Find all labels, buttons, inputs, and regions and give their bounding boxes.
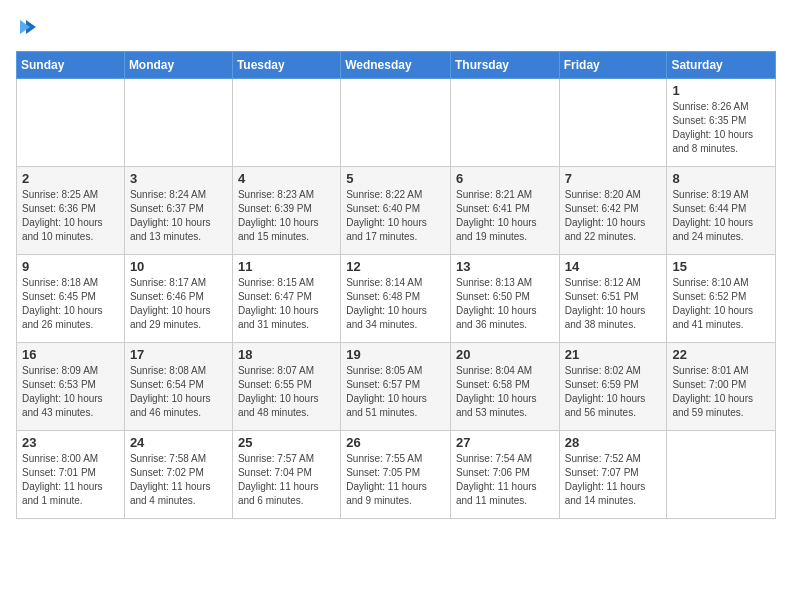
day-number: 25 — [238, 435, 335, 450]
day-number: 8 — [672, 171, 770, 186]
day-info: Sunrise: 8:21 AM Sunset: 6:41 PM Dayligh… — [456, 188, 554, 244]
calendar-cell: 25Sunrise: 7:57 AM Sunset: 7:04 PM Dayli… — [232, 431, 340, 519]
day-info: Sunrise: 8:25 AM Sunset: 6:36 PM Dayligh… — [22, 188, 119, 244]
day-number: 24 — [130, 435, 227, 450]
day-info: Sunrise: 8:10 AM Sunset: 6:52 PM Dayligh… — [672, 276, 770, 332]
calendar-cell: 18Sunrise: 8:07 AM Sunset: 6:55 PM Dayli… — [232, 343, 340, 431]
day-number: 28 — [565, 435, 662, 450]
weekday-header-sunday: Sunday — [17, 52, 125, 79]
weekday-header-tuesday: Tuesday — [232, 52, 340, 79]
calendar-cell — [17, 79, 125, 167]
day-number: 12 — [346, 259, 445, 274]
day-info: Sunrise: 8:26 AM Sunset: 6:35 PM Dayligh… — [672, 100, 770, 156]
calendar-cell: 19Sunrise: 8:05 AM Sunset: 6:57 PM Dayli… — [341, 343, 451, 431]
calendar-cell: 11Sunrise: 8:15 AM Sunset: 6:47 PM Dayli… — [232, 255, 340, 343]
day-info: Sunrise: 8:20 AM Sunset: 6:42 PM Dayligh… — [565, 188, 662, 244]
day-info: Sunrise: 8:08 AM Sunset: 6:54 PM Dayligh… — [130, 364, 227, 420]
calendar-cell: 1Sunrise: 8:26 AM Sunset: 6:35 PM Daylig… — [667, 79, 776, 167]
calendar-cell: 4Sunrise: 8:23 AM Sunset: 6:39 PM Daylig… — [232, 167, 340, 255]
calendar-cell: 24Sunrise: 7:58 AM Sunset: 7:02 PM Dayli… — [124, 431, 232, 519]
calendar-cell: 3Sunrise: 8:24 AM Sunset: 6:37 PM Daylig… — [124, 167, 232, 255]
calendar-cell: 14Sunrise: 8:12 AM Sunset: 6:51 PM Dayli… — [559, 255, 667, 343]
calendar-cell — [667, 431, 776, 519]
day-number: 21 — [565, 347, 662, 362]
day-info: Sunrise: 8:02 AM Sunset: 6:59 PM Dayligh… — [565, 364, 662, 420]
day-info: Sunrise: 7:57 AM Sunset: 7:04 PM Dayligh… — [238, 452, 335, 508]
day-info: Sunrise: 8:22 AM Sunset: 6:40 PM Dayligh… — [346, 188, 445, 244]
calendar-cell: 9Sunrise: 8:18 AM Sunset: 6:45 PM Daylig… — [17, 255, 125, 343]
day-info: Sunrise: 7:55 AM Sunset: 7:05 PM Dayligh… — [346, 452, 445, 508]
calendar-cell: 5Sunrise: 8:22 AM Sunset: 6:40 PM Daylig… — [341, 167, 451, 255]
day-info: Sunrise: 8:24 AM Sunset: 6:37 PM Dayligh… — [130, 188, 227, 244]
calendar-cell: 17Sunrise: 8:08 AM Sunset: 6:54 PM Dayli… — [124, 343, 232, 431]
calendar-cell: 15Sunrise: 8:10 AM Sunset: 6:52 PM Dayli… — [667, 255, 776, 343]
day-number: 7 — [565, 171, 662, 186]
day-info: Sunrise: 8:14 AM Sunset: 6:48 PM Dayligh… — [346, 276, 445, 332]
day-info: Sunrise: 7:58 AM Sunset: 7:02 PM Dayligh… — [130, 452, 227, 508]
calendar-cell: 12Sunrise: 8:14 AM Sunset: 6:48 PM Dayli… — [341, 255, 451, 343]
day-number: 10 — [130, 259, 227, 274]
day-number: 19 — [346, 347, 445, 362]
day-info: Sunrise: 8:09 AM Sunset: 6:53 PM Dayligh… — [22, 364, 119, 420]
calendar-cell — [341, 79, 451, 167]
day-number: 26 — [346, 435, 445, 450]
day-number: 15 — [672, 259, 770, 274]
calendar-table: SundayMondayTuesdayWednesdayThursdayFrid… — [16, 51, 776, 519]
weekday-header-monday: Monday — [124, 52, 232, 79]
weekday-header-saturday: Saturday — [667, 52, 776, 79]
day-info: Sunrise: 8:13 AM Sunset: 6:50 PM Dayligh… — [456, 276, 554, 332]
logo — [16, 16, 42, 43]
day-number: 13 — [456, 259, 554, 274]
calendar-cell: 8Sunrise: 8:19 AM Sunset: 6:44 PM Daylig… — [667, 167, 776, 255]
day-number: 9 — [22, 259, 119, 274]
calendar-cell: 23Sunrise: 8:00 AM Sunset: 7:01 PM Dayli… — [17, 431, 125, 519]
day-number: 5 — [346, 171, 445, 186]
calendar-cell — [124, 79, 232, 167]
day-number: 27 — [456, 435, 554, 450]
day-info: Sunrise: 8:15 AM Sunset: 6:47 PM Dayligh… — [238, 276, 335, 332]
calendar-cell: 28Sunrise: 7:52 AM Sunset: 7:07 PM Dayli… — [559, 431, 667, 519]
day-number: 1 — [672, 83, 770, 98]
calendar-cell — [450, 79, 559, 167]
day-info: Sunrise: 8:17 AM Sunset: 6:46 PM Dayligh… — [130, 276, 227, 332]
day-info: Sunrise: 8:01 AM Sunset: 7:00 PM Dayligh… — [672, 364, 770, 420]
day-info: Sunrise: 8:12 AM Sunset: 6:51 PM Dayligh… — [565, 276, 662, 332]
logo-icon — [18, 16, 40, 38]
calendar-cell: 21Sunrise: 8:02 AM Sunset: 6:59 PM Dayli… — [559, 343, 667, 431]
day-number: 4 — [238, 171, 335, 186]
weekday-header-thursday: Thursday — [450, 52, 559, 79]
day-info: Sunrise: 8:19 AM Sunset: 6:44 PM Dayligh… — [672, 188, 770, 244]
calendar-cell: 6Sunrise: 8:21 AM Sunset: 6:41 PM Daylig… — [450, 167, 559, 255]
calendar-cell: 16Sunrise: 8:09 AM Sunset: 6:53 PM Dayli… — [17, 343, 125, 431]
day-number: 14 — [565, 259, 662, 274]
day-number: 3 — [130, 171, 227, 186]
day-info: Sunrise: 8:05 AM Sunset: 6:57 PM Dayligh… — [346, 364, 445, 420]
day-info: Sunrise: 8:00 AM Sunset: 7:01 PM Dayligh… — [22, 452, 119, 508]
day-number: 16 — [22, 347, 119, 362]
day-number: 23 — [22, 435, 119, 450]
day-number: 6 — [456, 171, 554, 186]
calendar-cell: 20Sunrise: 8:04 AM Sunset: 6:58 PM Dayli… — [450, 343, 559, 431]
calendar-cell: 7Sunrise: 8:20 AM Sunset: 6:42 PM Daylig… — [559, 167, 667, 255]
calendar-cell: 27Sunrise: 7:54 AM Sunset: 7:06 PM Dayli… — [450, 431, 559, 519]
day-number: 20 — [456, 347, 554, 362]
day-info: Sunrise: 7:54 AM Sunset: 7:06 PM Dayligh… — [456, 452, 554, 508]
day-info: Sunrise: 8:07 AM Sunset: 6:55 PM Dayligh… — [238, 364, 335, 420]
calendar-cell: 2Sunrise: 8:25 AM Sunset: 6:36 PM Daylig… — [17, 167, 125, 255]
day-number: 22 — [672, 347, 770, 362]
calendar-cell — [559, 79, 667, 167]
weekday-header-wednesday: Wednesday — [341, 52, 451, 79]
calendar-cell: 13Sunrise: 8:13 AM Sunset: 6:50 PM Dayli… — [450, 255, 559, 343]
calendar-cell: 26Sunrise: 7:55 AM Sunset: 7:05 PM Dayli… — [341, 431, 451, 519]
day-number: 11 — [238, 259, 335, 274]
day-info: Sunrise: 8:18 AM Sunset: 6:45 PM Dayligh… — [22, 276, 119, 332]
day-number: 17 — [130, 347, 227, 362]
day-info: Sunrise: 8:04 AM Sunset: 6:58 PM Dayligh… — [456, 364, 554, 420]
page-header — [16, 16, 776, 43]
calendar-cell: 10Sunrise: 8:17 AM Sunset: 6:46 PM Dayli… — [124, 255, 232, 343]
day-info: Sunrise: 7:52 AM Sunset: 7:07 PM Dayligh… — [565, 452, 662, 508]
calendar-cell: 22Sunrise: 8:01 AM Sunset: 7:00 PM Dayli… — [667, 343, 776, 431]
day-number: 18 — [238, 347, 335, 362]
weekday-header-friday: Friday — [559, 52, 667, 79]
day-info: Sunrise: 8:23 AM Sunset: 6:39 PM Dayligh… — [238, 188, 335, 244]
